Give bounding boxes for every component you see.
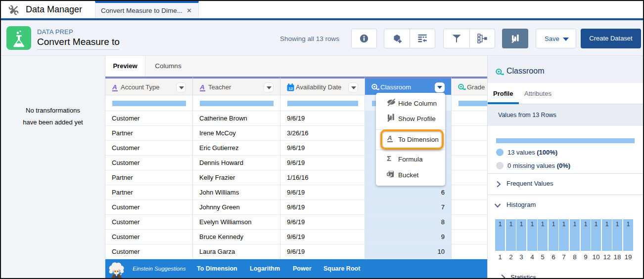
svg-text:Σ: Σ	[387, 155, 391, 162]
svg-text:A: A	[112, 83, 117, 91]
svg-text:A: A	[199, 83, 205, 91]
svg-text:12: 12	[288, 86, 293, 91]
